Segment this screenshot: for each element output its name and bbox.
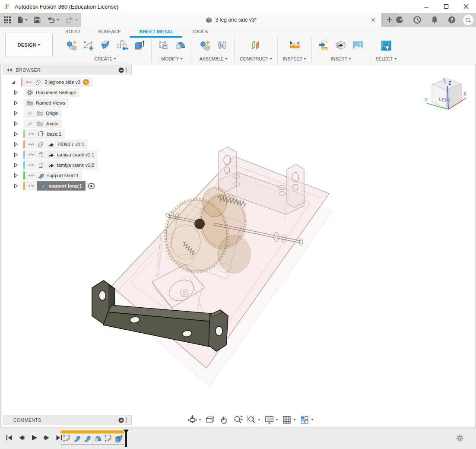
new-component-button[interactable] [65, 38, 79, 53]
browser-item-tamiya-crank-2[interactable]: tamiya crank v1:2 [12, 160, 132, 170]
redo-button[interactable] [63, 14, 80, 26]
inspect-group-label[interactable]: INSPECT [283, 56, 307, 61]
save-button[interactable] [32, 14, 43, 26]
undo-button[interactable] [44, 14, 61, 26]
bend-button[interactable] [174, 38, 187, 53]
visibility-eye-off-icon[interactable] [26, 110, 34, 117]
timeline-feature-flange[interactable] [83, 434, 92, 443]
assemble-new-component-button[interactable] [198, 38, 212, 53]
tab-tools[interactable]: TOOLS [182, 27, 217, 36]
expand-arrow-icon[interactable] [12, 172, 19, 179]
flange-button[interactable] [98, 38, 112, 53]
job-status-button[interactable] [411, 14, 424, 26]
browser-item-named-views[interactable]: Named Views [12, 98, 132, 108]
minimize-button[interactable] [416, 0, 436, 13]
extrude-button[interactable] [132, 38, 146, 53]
zoom-button[interactable] [232, 415, 244, 425]
fit-button[interactable] [246, 415, 261, 425]
browser-item-base[interactable]: base:1 [12, 129, 132, 139]
browser-item-root[interactable]: 3 leg one side v3 C [3, 77, 132, 87]
visibility-eye-icon[interactable] [27, 162, 35, 169]
help-button[interactable]: ? [445, 14, 458, 26]
timeline-feature-sketch[interactable] [104, 434, 113, 443]
browser-item-support-long[interactable]: support long:1 [12, 181, 132, 191]
step-back-button[interactable] [17, 433, 26, 443]
tab-solid[interactable]: SOLID [56, 27, 89, 36]
display-settings-button[interactable] [263, 415, 279, 425]
timeline-track[interactable] [60, 430, 130, 448]
browser-header[interactable]: BROWSER [3, 65, 132, 75]
browser-item-support-short[interactable]: support short:1 [12, 170, 132, 181]
visibility-eye-off-icon[interactable] [26, 120, 34, 127]
timeline-marker-bar[interactable] [60, 430, 124, 433]
tab-sheet-metal[interactable]: SHEET METAL [130, 27, 182, 38]
modify-group-label[interactable]: MODIFY [162, 56, 183, 61]
look-at-button[interactable] [204, 415, 216, 425]
timeline-settings-button[interactable] [456, 434, 464, 442]
profile-avatar[interactable]: CL [463, 15, 473, 25]
comments-header[interactable]: COMMENTS [3, 415, 132, 425]
browser-item-tamiya-crank-1[interactable]: tamiya crank v1:1 [12, 150, 132, 160]
collapse-arrow-icon[interactable] [10, 79, 16, 86]
panel-display-toggle-icon[interactable] [118, 67, 124, 73]
expand-arrow-icon[interactable] [12, 151, 19, 158]
viewports-button[interactable] [299, 415, 314, 425]
document-tab[interactable]: 3 leg one side v3* [81, 13, 381, 27]
assemble-group-label[interactable]: ASSEMBLE [200, 56, 228, 61]
add-comment-icon[interactable] [118, 417, 124, 423]
browser-item-origin[interactable]: Origin [12, 108, 132, 118]
timeline-feature-sketch[interactable] [62, 434, 71, 443]
timeline-feature-flange[interactable] [73, 434, 82, 443]
sheet-metal-rules-button[interactable] [157, 38, 171, 53]
browser-item-joints[interactable]: Joints [12, 118, 132, 129]
notifications-button[interactable] [428, 14, 441, 26]
activate-component-radio[interactable] [87, 182, 95, 189]
pan-button[interactable] [218, 415, 230, 425]
browser-item-document-settings[interactable]: Document Settings [12, 87, 132, 98]
expand-arrow-icon[interactable] [12, 162, 19, 169]
expand-arrow-icon[interactable] [12, 120, 19, 127]
play-button[interactable] [29, 433, 39, 443]
derive-button[interactable] [334, 38, 348, 53]
collapse-panel-icon[interactable] [6, 68, 13, 72]
insert-svg-button[interactable]: SVG [317, 38, 331, 53]
tab-surface[interactable]: SURFACE [89, 27, 130, 36]
view-cube[interactable]: LEFT TOP Y X Z [423, 70, 468, 115]
expand-arrow-icon[interactable] [12, 99, 19, 106]
measure-button[interactable] [288, 38, 301, 53]
construct-group-label[interactable]: CONSTRUCT [240, 56, 272, 61]
select-button[interactable] [379, 38, 393, 53]
visibility-eye-icon[interactable] [27, 131, 35, 137]
timeline-playhead[interactable] [123, 430, 129, 448]
visibility-eye-icon[interactable] [27, 172, 35, 179]
joint-button[interactable] [215, 38, 229, 53]
canvas-button[interactable] [351, 38, 365, 53]
document-tab-close-button[interactable] [370, 16, 377, 23]
timeline-feature-extrude[interactable] [114, 434, 123, 443]
timeline-feature-bend[interactable] [93, 434, 102, 443]
extensions-button[interactable] [393, 14, 406, 26]
construction-plane-button[interactable] [249, 38, 263, 53]
visibility-eye-icon[interactable] [27, 151, 35, 158]
flat-pattern-button[interactable] [115, 38, 129, 53]
orbit-button[interactable] [187, 415, 202, 425]
select-group-label[interactable]: SELECT [375, 56, 397, 61]
panel-grip[interactable] [126, 67, 129, 73]
visibility-eye-icon[interactable] [27, 182, 35, 189]
app-launcher-button[interactable] [2, 14, 13, 26]
close-button[interactable] [456, 0, 476, 13]
expand-arrow-icon[interactable] [12, 110, 19, 117]
panel-grip[interactable] [126, 417, 129, 423]
visibility-eye-icon[interactable] [25, 79, 32, 86]
expand-arrow-icon[interactable] [12, 131, 19, 137]
file-menu-button[interactable] [15, 14, 30, 26]
expand-arrow-icon[interactable] [12, 89, 19, 96]
maximize-button[interactable] [436, 0, 456, 13]
step-forward-button[interactable] [42, 433, 51, 443]
create-group-label[interactable]: CREATE [95, 56, 117, 61]
visibility-eye-icon[interactable] [27, 141, 35, 148]
browser-item-70093[interactable]: 70093 L v1:1 [12, 139, 132, 150]
insert-group-label[interactable]: INSERT [331, 56, 351, 61]
expand-arrow-icon[interactable] [12, 182, 19, 189]
workspace-selector[interactable]: DESIGN [5, 33, 53, 57]
